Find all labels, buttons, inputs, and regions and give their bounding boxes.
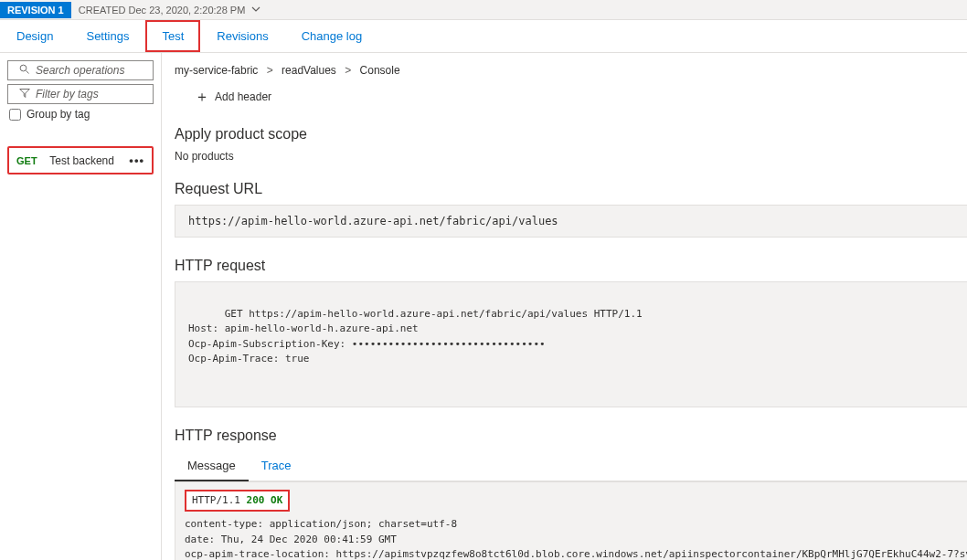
breadcrumb-a[interactable]: my-service-fabric (175, 64, 258, 77)
breadcrumb: my-service-fabric > readValues > Console (175, 64, 967, 77)
created-label: CREATED (79, 5, 126, 16)
section-http-response: HTTP response (175, 428, 967, 444)
revision-created[interactable]: CREATED Dec 23, 2020, 2:20:28 PM (71, 5, 261, 16)
response-headers: content-type: application/json; charset=… (185, 517, 967, 560)
filter-placeholder: Filter by tags (36, 88, 99, 100)
tab-changelog[interactable]: Change log (285, 20, 379, 52)
created-value: Dec 23, 2020, 2:20:28 PM (129, 5, 246, 16)
tab-message[interactable]: Message (175, 451, 249, 481)
no-products-text: No products (175, 150, 967, 163)
response-status: HTTP/1.1 200 OK (185, 490, 290, 512)
status-proto: HTTP/1.1 (192, 494, 240, 506)
group-label: Group by tag (27, 108, 90, 121)
nav-tabs: Design Settings Test Revisions Change lo… (0, 20, 967, 53)
revision-badge: REVISION 1 (0, 2, 71, 18)
http-request-text: GET https://apim-hello-world.azure-api.n… (188, 308, 643, 365)
operation-item[interactable]: GET Test backend ••• (7, 146, 154, 174)
http-response-box: HTTP/1.1 200 OK content-type: applicatio… (175, 481, 967, 561)
filter-icon (19, 88, 30, 101)
add-header-label: Add header (215, 90, 271, 103)
group-checkbox[interactable] (9, 109, 21, 121)
group-by-tag[interactable]: Group by tag (9, 108, 152, 121)
tab-settings[interactable]: Settings (69, 20, 145, 52)
svg-point-0 (20, 65, 27, 71)
tab-design[interactable]: Design (0, 20, 69, 52)
main-content: my-service-fabric > readValues > Console… (162, 53, 967, 560)
breadcrumb-c: Console (360, 64, 400, 77)
response-tabs: Message Trace Generate definition (175, 451, 967, 481)
breadcrumb-sep: > (267, 64, 273, 77)
tab-trace[interactable]: Trace (249, 451, 304, 480)
breadcrumb-b[interactable]: readValues (282, 64, 336, 77)
search-input[interactable]: Search operations (7, 60, 154, 80)
search-icon (19, 64, 30, 78)
status-text: 200 OK (247, 494, 283, 506)
request-url-box: https://apim-hello-world.azure-api.net/f… (175, 205, 967, 238)
http-request-box: GET https://apim-hello-world.azure-api.n… (175, 281, 967, 407)
section-request-url: Request URL (175, 181, 967, 197)
add-header-button[interactable]: ＋ Add header (175, 90, 271, 104)
chevron-down-icon (251, 5, 260, 16)
svg-line-1 (27, 70, 29, 73)
operation-name: Test backend (49, 154, 114, 167)
revision-bar: REVISION 1 CREATED Dec 23, 2020, 2:20:28… (0, 0, 967, 20)
operation-method: GET (16, 155, 37, 166)
filter-input[interactable]: Filter by tags (7, 84, 154, 104)
tab-test[interactable]: Test (145, 20, 200, 52)
breadcrumb-sep: > (345, 64, 351, 77)
section-apply-scope: Apply product scope (175, 126, 967, 143)
tab-revisions[interactable]: Revisions (200, 20, 284, 52)
more-icon[interactable]: ••• (129, 153, 144, 167)
sidebar: Search operations Filter by tags Group b… (0, 53, 162, 560)
search-placeholder: Search operations (36, 64, 124, 77)
section-http-request: HTTP request (175, 258, 967, 274)
plus-icon: ＋ (195, 90, 209, 104)
